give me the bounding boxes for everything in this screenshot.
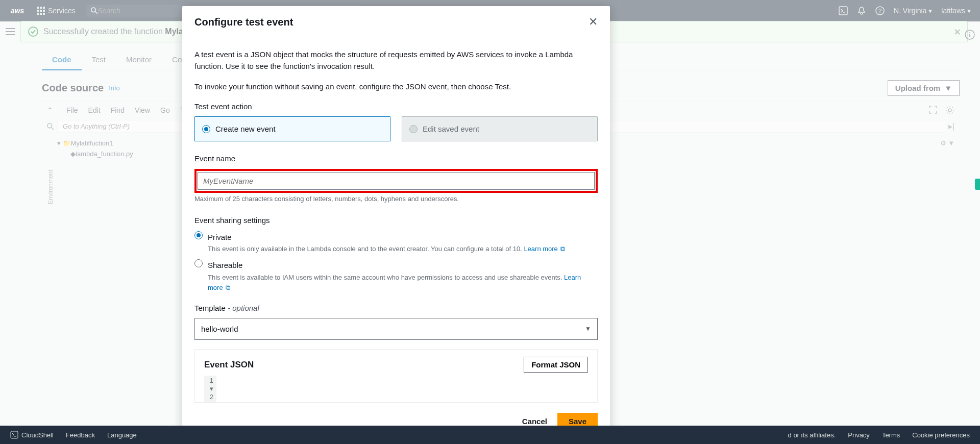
configure-test-event-modal: Configure test event ✕ A test event is a…: [182, 6, 610, 439]
learn-more-link[interactable]: Learn more ⧉: [524, 245, 565, 253]
radio-icon: [202, 125, 210, 133]
footer-bar: CloudShell Feedback Language d or its af…: [0, 426, 980, 444]
shareable-description: This event is available to IAM users wit…: [208, 273, 598, 293]
cloudshell-button[interactable]: CloudShell: [10, 431, 54, 439]
template-select[interactable]: hello-world▼: [194, 318, 598, 340]
shareable-option[interactable]: Shareable: [194, 259, 598, 271]
feedback-link[interactable]: Feedback: [66, 431, 95, 439]
affiliates-text: d or its affiliates.: [788, 431, 836, 439]
private-option[interactable]: Private: [194, 231, 598, 243]
line-numbers: 1 ▾2: [204, 376, 216, 402]
json-editor[interactable]: 1 ▾2: [204, 376, 588, 402]
terms-link[interactable]: Terms: [882, 431, 900, 439]
cancel-button[interactable]: Cancel: [522, 417, 547, 426]
private-description: This event is only available in the Lamb…: [208, 244, 598, 254]
radio-icon: [194, 231, 203, 239]
language-selector[interactable]: Language: [107, 431, 137, 439]
radio-icon: [409, 125, 418, 133]
modal-description-2: To invoke your function without saving a…: [194, 81, 598, 92]
external-link-icon: ⧉: [226, 283, 230, 293]
modal-title: Configure test event: [194, 16, 293, 28]
event-json-panel: Event JSON Format JSON 1 ▾2: [194, 349, 598, 403]
svg-rect-21: [11, 431, 18, 438]
external-link-icon: ⧉: [560, 244, 565, 254]
close-icon[interactable]: ✕: [589, 15, 598, 29]
template-label: Template - optional: [194, 302, 598, 314]
side-pull-tab[interactable]: [975, 179, 980, 190]
create-new-event-option[interactable]: Create new event: [194, 116, 390, 141]
caret-down-icon: ▼: [585, 324, 591, 334]
privacy-link[interactable]: Privacy: [848, 431, 870, 439]
event-json-header: Event JSON: [204, 358, 254, 372]
event-sharing-label: Event sharing settings: [194, 214, 598, 226]
edit-saved-event-option: Edit saved event: [402, 116, 598, 141]
cookie-preferences-link[interactable]: Cookie preferences: [912, 431, 970, 439]
test-event-action-group: Create new event Edit saved event: [194, 116, 598, 141]
event-name-hint: Maximum of 25 characters consisting of l…: [194, 194, 598, 204]
test-event-action-label: Test event action: [194, 101, 598, 112]
event-name-input[interactable]: [198, 172, 595, 190]
event-name-label: Event name: [194, 153, 598, 164]
format-json-button[interactable]: Format JSON: [524, 357, 588, 373]
radio-icon: [194, 259, 203, 267]
terminal-icon: [10, 431, 18, 439]
event-name-highlight: [194, 169, 598, 193]
modal-description-1: A test event is a JSON object that mocks…: [194, 48, 598, 72]
